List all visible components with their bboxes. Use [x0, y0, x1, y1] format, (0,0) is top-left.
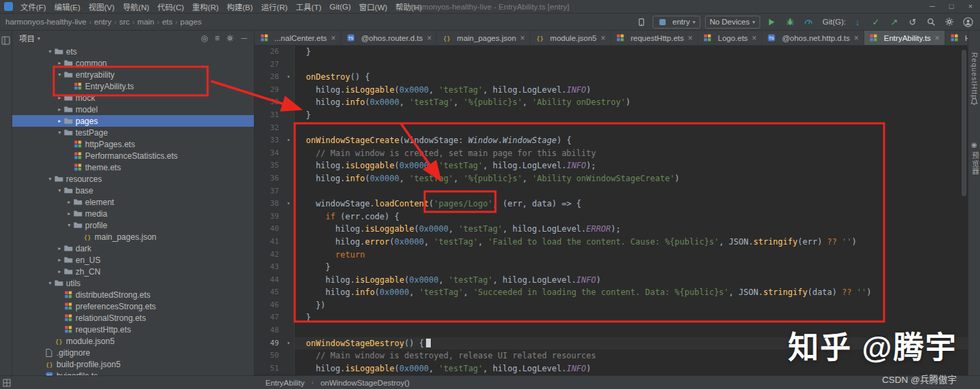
app-logo-icon[interactable] — [4, 2, 13, 11]
tree-item-element[interactable]: ▸element — [12, 196, 254, 208]
panel-settings-gear-icon[interactable] — [226, 34, 234, 42]
tab-main-pages-json[interactable]: {}main_pages.json× — [437, 31, 530, 45]
tree-chevron-icon[interactable]: ▾ — [56, 72, 63, 78]
tree-item-main-pages-json[interactable]: {}main_pages.json — [12, 231, 254, 243]
chevron-down-icon[interactable]: ▾ — [37, 35, 40, 42]
status-menu-icon[interactable] — [0, 379, 14, 387]
fold-icon[interactable]: ▾ — [283, 71, 294, 84]
tree-chevron-icon[interactable]: ▾ — [56, 187, 63, 193]
tree-chevron-icon[interactable]: ▸ — [56, 60, 63, 66]
tree-chevron-icon[interactable]: ▸ — [65, 211, 73, 217]
menu-item-c[interactable]: 代码(C) — [153, 1, 188, 12]
profiler-button[interactable] — [802, 15, 815, 29]
tree-item-hvigorfile-ts[interactable]: TShvigorfile.ts — [12, 370, 254, 375]
tree-chevron-icon[interactable]: ▸ — [65, 199, 73, 205]
menu-item-v[interactable]: 视图(V) — [84, 1, 118, 12]
locate-file-icon[interactable]: ◎ — [201, 33, 208, 43]
tree-item-entryability-ts[interactable]: EntryAbility.ts — [12, 80, 254, 92]
close-tab-icon[interactable]: × — [520, 33, 525, 43]
tab-entryability-ts[interactable]: EntryAbility.ts× — [864, 31, 945, 45]
fold-icon[interactable]: ▾ — [283, 134, 294, 147]
breadcrumb-item-pages[interactable]: pages — [180, 18, 201, 26]
tree-chevron-icon[interactable]: ▸ — [56, 95, 63, 101]
status-breadcrumb-item-onwindowstagedestroy[interactable]: onWindowStageDestroy() — [321, 379, 410, 387]
tree-item-model[interactable]: ▸model — [12, 104, 254, 115]
menu-item-w[interactable]: 窗口(W) — [355, 1, 392, 12]
breadcrumb-item-main[interactable]: main — [137, 18, 154, 26]
tree-item-theme-ets[interactable]: theme.ets — [12, 161, 254, 173]
tree-item-preferencesstrong-ets[interactable]: preferencesStrong.ets — [12, 300, 254, 312]
tree-item-media[interactable]: ▸media — [12, 208, 254, 219]
run-config-select[interactable]: entry ▾ — [653, 16, 700, 29]
close-tab-icon[interactable]: × — [688, 33, 693, 43]
breadcrumb-item-src[interactable]: src — [119, 18, 129, 26]
tree-item-httppages-ets[interactable]: httpPages.ets — [12, 138, 254, 150]
tab-module-json5[interactable]: {}module.json5× — [530, 31, 610, 45]
close-button[interactable]: × — [961, 0, 980, 13]
close-tab-icon[interactable]: × — [331, 33, 336, 43]
menu-item-r[interactable]: 重构(R) — [188, 1, 223, 12]
git-push-button[interactable]: ↗ — [887, 15, 901, 29]
close-tab-icon[interactable]: × — [601, 33, 606, 43]
tree-item-resources[interactable]: ▾resources — [12, 173, 254, 185]
tree-item-base[interactable]: ▾base — [12, 185, 254, 196]
project-stripe-icon[interactable] — [1, 36, 10, 45]
device-select[interactable]: No Devices ▾ — [705, 16, 760, 29]
tree-item-pages[interactable]: ▸pages — [12, 115, 254, 127]
minimize-button[interactable]: ─ — [923, 0, 942, 13]
tree-item-common[interactable]: ▸common — [12, 57, 254, 69]
tree-item-build-profile-json5[interactable]: {}build-profile.json5 — [12, 358, 254, 370]
run-button[interactable] — [765, 15, 779, 29]
tree-item-dark[interactable]: ▸dark — [12, 243, 254, 254]
close-tab-icon[interactable]: × — [752, 33, 757, 43]
tree-chevron-icon[interactable]: ▾ — [46, 280, 54, 286]
breadcrumb-item-harmonyos-healthy-live[interactable]: harmonyos-healthy-live — [5, 18, 86, 26]
tree-chevron-icon[interactable]: ▸ — [56, 106, 63, 112]
tree-item-relationalstrong-ets[interactable]: relationalStrong.ets — [12, 312, 254, 324]
status-breadcrumb-item-entryability[interactable]: EntryAbility — [265, 379, 305, 387]
tree-item-testpage[interactable]: ▾testPage — [12, 127, 254, 138]
git-update-button[interactable]: ↓ — [851, 15, 864, 29]
tree-item-mock[interactable]: ▸mock — [12, 92, 254, 104]
breadcrumb-item-entry[interactable]: entry — [94, 18, 112, 26]
tree-item-utils[interactable]: ▾utils — [12, 277, 254, 289]
tree-chevron-icon[interactable]: ▸ — [56, 268, 63, 275]
menu-item-b[interactable]: 构建(B) — [223, 1, 257, 12]
menu-item-n[interactable]: 导航(N) — [118, 1, 153, 12]
collapse-all-icon[interactable]: ≡ — [214, 33, 219, 43]
tree-chevron-icon[interactable]: ▸ — [56, 245, 63, 251]
breadcrumb-item-ets[interactable]: ets — [162, 18, 172, 26]
debug-button[interactable] — [783, 15, 797, 29]
menu-item-git-g[interactable]: Git(G) — [325, 3, 355, 11]
tab-home-ets[interactable]: Home.ets× — [945, 31, 968, 45]
avatar[interactable] — [961, 15, 975, 29]
tree-chevron-icon[interactable]: ▾ — [46, 176, 54, 182]
tree-item-module-json5[interactable]: {}module.json5 — [12, 335, 254, 347]
tree-chevron-icon[interactable]: ▸ — [56, 118, 63, 124]
tree-item-gitignore[interactable]: .gitignore — [12, 347, 254, 358]
tab-nalcenter-ets[interactable]: ...nalCenter.ets× — [255, 31, 341, 45]
menu-item-r[interactable]: 运行(R) — [257, 1, 292, 12]
tool-tab-requesthttp[interactable]: RequestHttp — [970, 52, 979, 99]
fold-icon[interactable]: ▾ — [283, 198, 294, 211]
device-manager-icon[interactable] — [634, 15, 648, 29]
settings-gear-icon[interactable] — [943, 15, 956, 29]
tab-ohos-router-d-ts[interactable]: TS@ohos.router.d.ts× — [341, 31, 437, 45]
hide-panel-icon[interactable]: ─ — [241, 33, 247, 43]
menu-item-f[interactable]: 文件(F) — [16, 1, 50, 12]
tree-item-zh-cn[interactable]: ▸zh_CN — [12, 266, 254, 277]
maximize-button[interactable]: □ — [942, 0, 961, 13]
tool-tab-previewer[interactable]: 预览器 — [970, 152, 980, 176]
tab-requesthttp-ets[interactable]: requestHttp.ets× — [611, 31, 698, 45]
close-tab-icon[interactable]: × — [935, 33, 940, 43]
tree-item-requesthttp-ets[interactable]: requestHttp.ets — [12, 324, 254, 335]
tree-item-ets[interactable]: ▾ets — [12, 46, 254, 57]
tree-item-profile[interactable]: ▾profile — [12, 219, 254, 231]
git-commit-button[interactable]: ✓ — [869, 15, 883, 29]
search-button[interactable] — [924, 15, 938, 29]
tree-chevron-icon[interactable]: ▸ — [56, 257, 63, 263]
project-panel-title[interactable]: 项目 — [19, 33, 35, 44]
tree-item-performancestatistics-ets[interactable]: PerformanceStatistics.ets — [12, 150, 254, 161]
fold-icon[interactable]: ▾ — [283, 337, 294, 350]
editor-scrollbar[interactable] — [962, 50, 966, 196]
